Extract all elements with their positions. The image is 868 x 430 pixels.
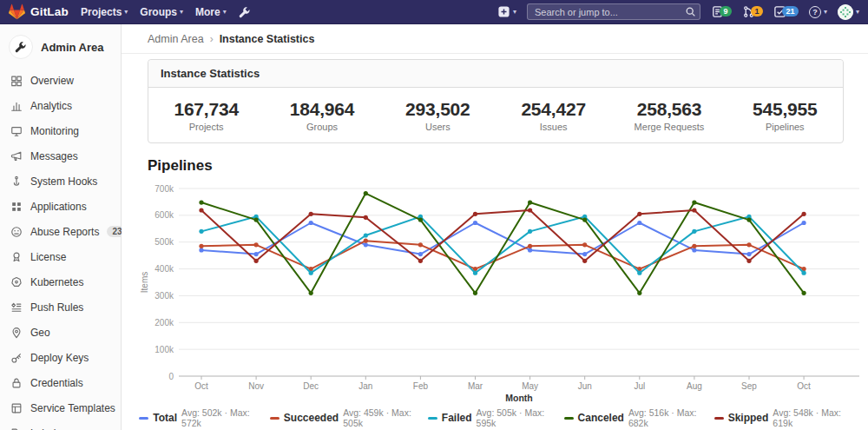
- data-point-skipped[interactable]: [802, 212, 806, 216]
- sidebar-item-labels[interactable]: Labels: [0, 420, 121, 430]
- data-point-skipped[interactable]: [746, 259, 751, 263]
- data-point-canceled[interactable]: [473, 291, 477, 295]
- sidebar-item-monitoring[interactable]: Monitoring: [0, 118, 121, 143]
- sidebar-item-kubernetes[interactable]: Kubernetes: [0, 269, 121, 294]
- merge-requests-count-badge: 1: [751, 6, 763, 17]
- legend-item-total[interactable]: TotalAvg: 502k · Max: 572k: [139, 407, 254, 428]
- sidebar-item-service-templates[interactable]: Service Templates: [0, 395, 121, 420]
- nav-menu-more[interactable]: More▾: [195, 6, 227, 18]
- sidebar-item-messages[interactable]: Messages: [0, 143, 121, 169]
- data-point-total[interactable]: [473, 221, 477, 225]
- legend-item-skipped[interactable]: SkippedAvg: 548k · Max: 619k: [714, 407, 844, 428]
- data-point-skipped[interactable]: [418, 259, 423, 263]
- data-point-succeeded[interactable]: [199, 244, 203, 248]
- data-point-canceled[interactable]: [802, 291, 806, 295]
- y-tick-label: 200k: [155, 318, 174, 327]
- data-point-skipped[interactable]: [637, 212, 641, 216]
- legend-item-canceled[interactable]: CanceledAvg: 516k · Max: 682k: [564, 407, 699, 428]
- data-point-failed[interactable]: [637, 271, 641, 275]
- data-point-total[interactable]: [802, 221, 806, 225]
- data-point-failed[interactable]: [528, 229, 532, 234]
- nav-menu-projects[interactable]: Projects▾: [81, 6, 128, 18]
- monitoring-icon: [10, 125, 23, 137]
- sidebar-item-analytics[interactable]: Analytics: [0, 93, 121, 118]
- legend-item-failed[interactable]: FailedAvg: 505k · Max: 595k: [428, 407, 549, 428]
- data-point-failed[interactable]: [802, 271, 806, 275]
- data-point-total[interactable]: [364, 242, 368, 247]
- sidebar-item-overview[interactable]: Overview: [0, 68, 121, 93]
- data-point-skipped[interactable]: [582, 259, 587, 263]
- data-point-succeeded[interactable]: [418, 242, 423, 247]
- data-point-skipped[interactable]: [309, 212, 313, 216]
- nav-menu-groups[interactable]: Groups▾: [140, 6, 183, 18]
- new-dropdown[interactable]: ▾: [497, 5, 516, 18]
- x-tick-label: Jul: [634, 381, 645, 391]
- data-point-failed[interactable]: [473, 271, 477, 275]
- overview-icon: [10, 75, 23, 87]
- data-point-skipped[interactable]: [254, 259, 259, 263]
- sidebar-item-geo[interactable]: Geo: [0, 320, 121, 345]
- data-point-succeeded[interactable]: [528, 244, 532, 248]
- data-point-skipped[interactable]: [692, 208, 696, 212]
- data-point-canceled[interactable]: [637, 291, 641, 295]
- stat-label: Pipelines: [727, 122, 843, 132]
- instance-statistics-panel: Instance Statistics 167,734Projects184,9…: [148, 59, 844, 143]
- data-point-skipped[interactable]: [528, 208, 532, 212]
- data-point-succeeded[interactable]: [582, 242, 587, 247]
- issues-counter[interactable]: 9: [711, 5, 732, 18]
- x-tick-label: Oct: [194, 381, 208, 391]
- breadcrumb-admin-area[interactable]: Admin Area: [148, 33, 204, 45]
- data-point-canceled[interactable]: [254, 218, 259, 222]
- data-point-succeeded[interactable]: [692, 244, 696, 248]
- todos-counter[interactable]: 21: [773, 5, 799, 18]
- data-point-total[interactable]: [199, 248, 203, 252]
- data-point-failed[interactable]: [199, 229, 203, 234]
- data-point-canceled[interactable]: [364, 191, 368, 195]
- y-tick-label: 700k: [155, 184, 174, 194]
- admin-wrench-icon[interactable]: [239, 6, 251, 18]
- sidebar-item-deploy-keys[interactable]: Deploy Keys: [0, 345, 121, 370]
- data-point-skipped[interactable]: [473, 212, 477, 216]
- data-point-succeeded[interactable]: [746, 242, 751, 247]
- sidebar-item-license[interactable]: License: [0, 244, 121, 269]
- sidebar-item-abuse-reports[interactable]: Abuse Reports23: [0, 219, 121, 244]
- help-menu[interactable]: ? ▾: [809, 6, 827, 18]
- sidebar-item-label: Monitoring: [30, 125, 79, 137]
- label-icon: [10, 427, 23, 430]
- data-point-total[interactable]: [528, 248, 532, 252]
- gitlab-home-link[interactable]: GitLab: [9, 3, 69, 20]
- data-point-canceled[interactable]: [199, 200, 203, 204]
- sidebar-item-system-hooks[interactable]: System Hooks: [0, 169, 121, 194]
- data-point-skipped[interactable]: [199, 208, 203, 212]
- data-point-canceled[interactable]: [418, 218, 423, 222]
- search-input[interactable]: [527, 3, 700, 20]
- data-point-total[interactable]: [418, 252, 423, 256]
- data-point-canceled[interactable]: [582, 218, 587, 222]
- data-point-canceled[interactable]: [528, 200, 532, 204]
- top-navbar: GitLab Projects▾ Groups▾ More▾ ▾: [0, 0, 868, 24]
- data-point-failed[interactable]: [309, 271, 313, 275]
- data-point-succeeded[interactable]: [364, 239, 368, 243]
- merge-requests-counter[interactable]: 1: [742, 5, 763, 18]
- data-point-total[interactable]: [254, 252, 259, 256]
- x-tick-label: Dec: [303, 381, 319, 391]
- data-point-total[interactable]: [692, 248, 696, 252]
- user-menu[interactable]: ▾: [838, 4, 859, 20]
- data-point-skipped[interactable]: [364, 215, 368, 220]
- data-point-canceled[interactable]: [746, 218, 751, 222]
- data-point-total[interactable]: [637, 221, 641, 225]
- sidebar-admin-area-header[interactable]: Admin Area: [0, 31, 121, 68]
- legend-item-succeeded[interactable]: SucceededAvg: 459k · Max: 505k: [270, 407, 412, 428]
- data-point-failed[interactable]: [364, 233, 368, 237]
- data-point-total[interactable]: [309, 221, 313, 225]
- series-line-canceled: [201, 194, 804, 294]
- sidebar-item-push-rules[interactable]: Push Rules: [0, 294, 121, 320]
- sidebar-item-applications[interactable]: Applications: [0, 194, 121, 219]
- data-point-total[interactable]: [746, 252, 751, 256]
- data-point-total[interactable]: [582, 252, 587, 256]
- data-point-canceled[interactable]: [309, 291, 313, 295]
- sidebar-item-credentials[interactable]: Credentials: [0, 370, 121, 395]
- data-point-failed[interactable]: [692, 229, 696, 234]
- data-point-succeeded[interactable]: [254, 242, 259, 247]
- data-point-canceled[interactable]: [692, 200, 696, 204]
